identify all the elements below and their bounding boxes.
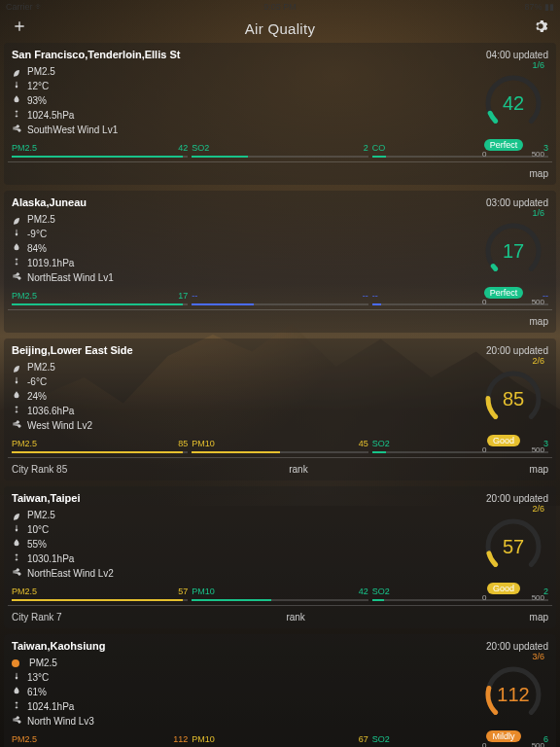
pollutant-bar: PM2.5 57 bbox=[12, 587, 188, 601]
temperature: -9°C bbox=[27, 227, 47, 241]
humidity: 93% bbox=[27, 93, 47, 108]
pollutant-bar-name: SO2 bbox=[372, 734, 390, 745]
wind: North Wind Lv3 bbox=[27, 714, 94, 729]
pollutant-bar-value: 45 bbox=[359, 439, 368, 449]
wind-icon bbox=[12, 418, 21, 433]
pollutant-bar-name: PM10 bbox=[192, 734, 215, 745]
status-time: 9:05 PM bbox=[263, 2, 297, 12]
location-name: Taiwan,Taipei bbox=[12, 492, 81, 504]
pollutant-bar-name: PM2.5 bbox=[12, 439, 37, 449]
location-name: Alaska,Juneau bbox=[12, 196, 87, 208]
pollutant-bar-track bbox=[12, 303, 188, 305]
card-divider bbox=[8, 309, 552, 310]
pollutant-bar-track bbox=[12, 451, 188, 453]
aqi-gauge: 17 bbox=[482, 220, 544, 282]
pollutant-count: 3/6 bbox=[463, 652, 544, 661]
pollutant-bar: PM2.5 112 bbox=[12, 734, 188, 747]
temperature: 13°C bbox=[27, 670, 49, 685]
wind: West Wind Lv2 bbox=[27, 418, 92, 433]
aqi-label: Perfect bbox=[484, 139, 524, 151]
aqi-value: 85 bbox=[482, 368, 544, 430]
pollutant-bar-track bbox=[372, 599, 548, 601]
main-pollutant: PM2.5 bbox=[29, 656, 57, 670]
location-card[interactable]: Taiwan,Kaohsiung 20:00 updated PM2.5 13°… bbox=[4, 634, 556, 747]
pollutant-bar: PM10 67 bbox=[192, 734, 368, 747]
locations-list[interactable]: San Francisco,Tenderloin,Ellis St 04:00 … bbox=[0, 43, 560, 747]
pollutant-bar-name: PM2.5 bbox=[12, 291, 37, 302]
main-pollutant: PM2.5 bbox=[27, 360, 55, 374]
rank-link[interactable]: rank bbox=[286, 612, 304, 622]
wind-icon bbox=[12, 566, 21, 581]
pollutant-bar-fill bbox=[12, 156, 183, 158]
location-card[interactable]: Taiwan,Taipei 20:00 updated PM2.5 10°C 5… bbox=[4, 486, 556, 628]
map-link[interactable]: map bbox=[530, 612, 548, 622]
leaf-icon bbox=[12, 511, 21, 520]
humidity: 84% bbox=[27, 241, 47, 256]
pollutant-bar-track bbox=[372, 156, 548, 158]
pollutant-bar-fill bbox=[372, 156, 387, 158]
leaf-icon bbox=[12, 215, 21, 225]
pollutant-bar-fill bbox=[372, 303, 381, 305]
card-divider bbox=[8, 457, 552, 458]
updated-time: 04:00 updated bbox=[486, 50, 548, 60]
humidity-icon bbox=[12, 241, 21, 256]
pollutant-bar-name: PM10 bbox=[192, 587, 215, 597]
location-name: Taiwan,Kaohsiung bbox=[12, 640, 105, 652]
pollutant-bar: PM10 42 bbox=[192, 587, 368, 601]
pollutant-bar-fill bbox=[192, 599, 271, 601]
pressure: 1030.1hPa bbox=[27, 551, 74, 566]
pollutant-bar: PM2.5 17 bbox=[12, 291, 188, 305]
pollutant-bar-track bbox=[192, 303, 368, 305]
map-link[interactable]: map bbox=[530, 316, 548, 327]
rank-link[interactable]: rank bbox=[289, 464, 307, 475]
aqi-label: Good bbox=[487, 435, 520, 446]
humidity-icon bbox=[12, 389, 21, 404]
wind-icon bbox=[12, 123, 21, 137]
updated-time: 20:00 updated bbox=[486, 641, 548, 652]
pollutant-bar-track bbox=[192, 599, 368, 601]
pollutant-bar: -- -- bbox=[192, 291, 368, 305]
pollutant-bar-value: 42 bbox=[178, 143, 188, 154]
pollutant-bar-name: SO2 bbox=[372, 587, 390, 597]
pollutant-dot-icon bbox=[12, 659, 19, 667]
pollutant-bar-fill bbox=[12, 451, 183, 453]
pollutant-bar-name: -- bbox=[192, 291, 197, 302]
pressure: 1019.1hPa bbox=[27, 256, 74, 270]
main-pollutant: PM2.5 bbox=[27, 64, 55, 79]
humidity: 55% bbox=[27, 537, 47, 551]
pollutant-bar-track bbox=[372, 303, 548, 305]
wind-icon bbox=[12, 270, 21, 285]
aqi-gauge: 112 bbox=[482, 663, 544, 726]
city-rank: City Rank 85 bbox=[12, 464, 67, 475]
pressure-icon bbox=[12, 108, 21, 123]
pollutant-bar-fill bbox=[372, 599, 385, 601]
pollutant-bar-fill bbox=[192, 303, 253, 305]
settings-button[interactable] bbox=[533, 18, 548, 38]
temperature: 12°C bbox=[27, 79, 49, 93]
temperature: -6°C bbox=[27, 374, 47, 389]
location-card[interactable]: Beijing,Lower East Side 20:00 updated PM… bbox=[4, 338, 556, 480]
humidity-icon bbox=[12, 93, 21, 108]
humidity: 61% bbox=[27, 685, 47, 699]
pollutant-bar-fill bbox=[12, 599, 183, 601]
main-pollutant: PM2.5 bbox=[27, 212, 55, 227]
location-name: Beijing,Lower East Side bbox=[12, 344, 133, 356]
map-link[interactable]: map bbox=[530, 464, 548, 475]
map-link[interactable]: map bbox=[530, 168, 548, 179]
add-button[interactable] bbox=[12, 18, 27, 38]
pollutant-bar-value: 57 bbox=[178, 587, 188, 597]
aqi-value: 17 bbox=[482, 220, 544, 282]
pollutant-bar-name: PM2.5 bbox=[12, 143, 37, 154]
location-card[interactable]: San Francisco,Tenderloin,Ellis St 04:00 … bbox=[4, 43, 556, 185]
aqi-value: 112 bbox=[482, 663, 544, 726]
pressure-icon bbox=[12, 256, 21, 270]
pressure-icon bbox=[12, 404, 21, 418]
pollutant-count: 1/6 bbox=[463, 60, 544, 70]
aqi-gauge: 57 bbox=[482, 516, 544, 578]
thermometer-icon bbox=[12, 522, 21, 537]
pressure: 1036.6hPa bbox=[27, 404, 74, 418]
pollutant-bar-track bbox=[12, 599, 188, 601]
aqi-value: 42 bbox=[482, 72, 544, 134]
pollutant-bar: PM10 45 bbox=[192, 439, 368, 453]
location-card[interactable]: Alaska,Juneau 03:00 updated PM2.5 -9°C 8… bbox=[4, 191, 556, 333]
